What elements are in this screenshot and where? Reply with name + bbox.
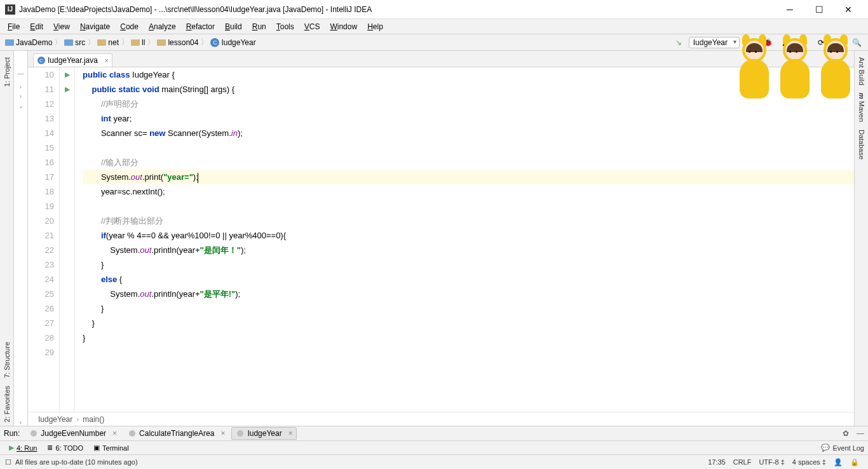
run-gutter-icon[interactable]: ▶ xyxy=(60,67,74,82)
code-content[interactable]: public class IudgeYear { public static v… xyxy=(75,67,854,412)
window-title: JavaDemo [E:\IdeaProjects\JavaDemo] - ..… xyxy=(19,5,775,14)
title-bar: IJ JavaDemo [E:\IdeaProjects\JavaDemo] -… xyxy=(0,0,868,19)
structure-button[interactable]: ⬚ xyxy=(831,36,846,50)
status-bar: ☐ All files are up-to-date (10 minutes a… xyxy=(0,454,868,469)
coverage-button[interactable]: ▶ xyxy=(778,36,793,50)
breadcrumb-class[interactable]: IudgeYear xyxy=(38,415,72,424)
menu-analyze[interactable]: Analyze xyxy=(144,21,181,32)
code-line-15[interactable] xyxy=(83,140,854,155)
class-icon: C xyxy=(37,57,45,64)
code-line-10[interactable]: public class IudgeYear { xyxy=(83,67,854,82)
menu-tools[interactable]: Tools xyxy=(271,21,299,32)
run-gutter-icon[interactable]: ▶ xyxy=(60,82,74,97)
stop-button[interactable]: ■ xyxy=(796,36,811,50)
editor-area: C IudgeYear.java × 101112131415161718192… xyxy=(28,51,854,426)
project-tool-button[interactable]: 1: Project xyxy=(3,53,11,90)
close-tab-icon[interactable]: × xyxy=(105,57,109,64)
event-log-button[interactable]: 💬 Event Log xyxy=(821,444,864,452)
right-tool-strip: Ant Build m Maven Database xyxy=(854,51,868,426)
menu-view[interactable]: View xyxy=(48,21,75,32)
run-panel-tabs: Run: JudgeEvenNumber×CalculateTriangleAr… xyxy=(0,426,868,440)
favorites-tool-button[interactable]: 2: Favorites xyxy=(3,382,11,426)
code-breadcrumb[interactable]: IudgeYear › main() xyxy=(28,412,854,426)
menu-file[interactable]: File xyxy=(3,21,25,32)
editor-tab-iudgeyear[interactable]: C IudgeYear.java × xyxy=(33,53,112,67)
todo-tool-button[interactable]: ≣ 6: TODO xyxy=(42,444,88,452)
code-line-13[interactable]: int year; xyxy=(83,111,854,126)
breadcrumb-method[interactable]: main() xyxy=(83,415,104,424)
status-inspection-icon[interactable]: 👤 xyxy=(830,458,846,466)
code-line-20[interactable]: //判断并输出部分 xyxy=(83,214,854,228)
breadcrumb-iudgeyear[interactable]: CIudgeYear xyxy=(209,38,257,47)
maven-button[interactable]: m Maven xyxy=(858,89,865,126)
close-icon[interactable]: × xyxy=(112,429,117,438)
status-line-separator[interactable]: CRLF xyxy=(729,458,756,466)
line-number-gutter: 1011121314151617181920212223242526272829 xyxy=(28,67,60,412)
code-line-24[interactable]: else { xyxy=(83,272,854,287)
class-icon: C xyxy=(210,38,219,47)
project-panel-collapsed[interactable]: — › › ⌄ › xyxy=(14,51,28,426)
update-button[interactable]: ⟳ xyxy=(813,36,829,50)
run-button[interactable]: ▶ xyxy=(742,36,757,50)
debug-button[interactable]: 🐞 xyxy=(760,36,775,50)
code-line-27[interactable]: } xyxy=(83,316,854,330)
build-button[interactable]: ↘ xyxy=(671,36,686,50)
menu-window[interactable]: Window xyxy=(325,21,362,32)
code-line-17[interactable]: System.out.print("year="); xyxy=(83,170,854,184)
code-line-25[interactable]: System.out.println(year+"是平年!"); xyxy=(83,287,854,301)
code-line-26[interactable]: } xyxy=(83,301,854,316)
menu-navigate[interactable]: Navigate xyxy=(75,21,115,32)
breadcrumb-javademo[interactable]: JavaDemo xyxy=(4,38,53,47)
run-tool-window-button[interactable]: ▶4: Run xyxy=(4,444,42,452)
menu-code[interactable]: Code xyxy=(115,21,144,32)
folder-blue-icon xyxy=(64,39,73,46)
editor-tabs: C IudgeYear.java × xyxy=(28,51,854,67)
run-tab-iudgeyear[interactable]: IudgeYear× xyxy=(231,427,296,440)
code-line-21[interactable]: if(year % 4==0 && year%100!=0 || year%40… xyxy=(83,228,854,243)
close-button[interactable]: ✕ xyxy=(834,0,863,19)
menu-vcs[interactable]: VCS xyxy=(299,21,325,32)
menu-edit[interactable]: Edit xyxy=(25,21,48,32)
close-icon[interactable]: × xyxy=(220,429,225,438)
status-indent[interactable]: 4 spaces ‡ xyxy=(789,458,830,466)
minimize-button[interactable]: ─ xyxy=(775,0,804,19)
run-tab-judgeevennumber[interactable]: JudgeEvenNumber× xyxy=(25,427,121,440)
search-button[interactable]: 🔍 xyxy=(849,36,864,50)
menu-run[interactable]: Run xyxy=(247,21,271,32)
code-line-12[interactable]: //声明部分 xyxy=(83,97,854,111)
code-line-29[interactable] xyxy=(83,345,854,360)
code-line-22[interactable]: System.out.println(year+"是闰年！"); xyxy=(83,243,854,257)
breadcrumb-src[interactable]: src xyxy=(63,38,86,47)
folder-blue-icon xyxy=(5,39,14,46)
code-line-11[interactable]: public static void main(String[] args) { xyxy=(83,82,854,97)
code-line-28[interactable]: } xyxy=(83,330,854,345)
database-button[interactable]: Database xyxy=(858,126,865,163)
breadcrumb-net[interactable]: net xyxy=(96,38,120,47)
code-editor[interactable]: 1011121314151617181920212223242526272829… xyxy=(28,67,854,412)
structure-tool-button[interactable]: 7: Structure xyxy=(3,338,11,382)
code-line-16[interactable]: //输入部分 xyxy=(83,155,854,170)
editor-tab-label: IudgeYear.java xyxy=(48,56,98,65)
status-lock-icon[interactable]: 🔒 xyxy=(846,458,863,466)
code-line-18[interactable]: year=sc.nextInt(); xyxy=(83,184,854,199)
code-line-14[interactable]: Scanner sc= new Scanner(System.in); xyxy=(83,126,854,140)
code-line-19[interactable] xyxy=(83,199,854,214)
menu-refactor[interactable]: Refactor xyxy=(181,21,220,32)
menu-help[interactable]: Help xyxy=(362,21,388,32)
status-encoding[interactable]: UTF-8 ‡ xyxy=(755,458,788,466)
run-hide-icon[interactable]: — xyxy=(853,429,868,438)
folder-icon xyxy=(157,39,166,46)
breadcrumb-ll[interactable]: ll xyxy=(130,38,146,47)
close-icon[interactable]: × xyxy=(288,429,293,438)
gutter-icons: ▶▶ xyxy=(60,67,75,412)
run-tab-calculatetrianglearea[interactable]: CalculateTriangleArea× xyxy=(123,427,229,440)
ant-build-button[interactable]: Ant Build xyxy=(858,53,865,89)
code-line-23[interactable]: } xyxy=(83,257,854,272)
maximize-button[interactable]: ☐ xyxy=(804,0,834,19)
run-config-selector[interactable]: IudgeYear xyxy=(689,37,740,48)
terminal-tool-button[interactable]: ▣ Terminal xyxy=(88,444,134,452)
run-settings-icon[interactable]: ✿ xyxy=(839,429,853,438)
run-panel-label: Run: xyxy=(4,429,25,438)
breadcrumb-lesson04[interactable]: lesson04 xyxy=(156,38,200,47)
menu-build[interactable]: Build xyxy=(220,21,247,32)
